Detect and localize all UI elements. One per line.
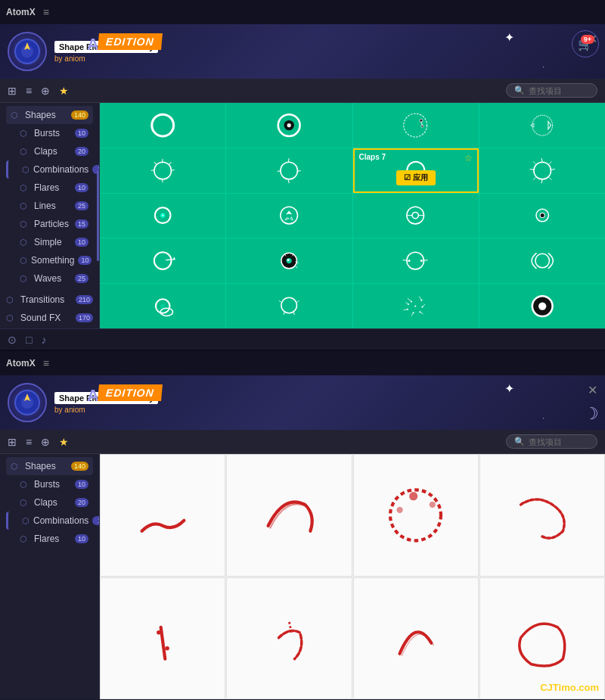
grid-cell-w1[interactable] — [100, 454, 225, 577]
shapes-section-2: ⬡ Shapes 140 ⬡ Bursts 10 ⬡ Claps 20 ⬡ Co… — [0, 454, 99, 551]
sidebar-item-combinations-2[interactable]: ⬡ Combinations 1 — [6, 512, 93, 530]
svg-point-61 — [408, 260, 411, 262]
toolbar-star-icon[interactable]: ★ — [59, 85, 69, 97]
close-button-2[interactable]: ✕ — [588, 383, 597, 397]
sidebar-item-lines[interactable]: ⬡ Lines 25 — [6, 197, 93, 215]
shape-circle-17 — [119, 291, 206, 322]
shape-circle-13 — [119, 245, 206, 276]
svg-point-6 — [287, 123, 291, 127]
shape-circle-11 — [371, 200, 459, 231]
bursts-icon: ⬡ — [20, 129, 30, 138]
svg-marker-41 — [290, 217, 293, 220]
grid-cell-17[interactable] — [100, 284, 225, 328]
search-input-1[interactable] — [529, 86, 589, 95]
something-label: Something — [31, 255, 74, 266]
grid-cell-13[interactable] — [100, 238, 225, 283]
transitions-label: Transitions — [20, 294, 72, 305]
shape-brush-7 — [372, 596, 459, 680]
grid-cell-19[interactable] — [353, 284, 479, 328]
grid-cell-8[interactable] — [479, 148, 605, 193]
grid-cell-15[interactable] — [353, 238, 479, 283]
grid-cell-14[interactable] — [226, 238, 352, 283]
svg-marker-42 — [285, 218, 289, 220]
grid-cell-w8[interactable] — [479, 577, 605, 700]
svg-point-62 — [420, 260, 423, 262]
shape-circle-8 — [498, 155, 586, 186]
grid-cell-3[interactable] — [353, 103, 479, 148]
sidebar-item-something[interactable]: ⬡ Something 10 — [6, 251, 93, 269]
grid-cell-10[interactable] — [226, 194, 352, 238]
sidebar-item-combinations[interactable]: ⬡ Combinations 1 — [6, 160, 93, 179]
sidebar-item-flares-2[interactable]: ⬡ Flares 10 — [6, 530, 93, 548]
apply-button[interactable]: ☑ 应用 — [396, 170, 436, 185]
sidebar-item-soundfx[interactable]: ⬡ Sound FX 170 — [0, 309, 99, 327]
grid-cell-20[interactable] — [479, 284, 605, 328]
grid-cell-w4[interactable] — [479, 454, 605, 577]
grid-cell-11[interactable] — [353, 194, 479, 238]
sidebar-item-waves[interactable]: ⬡ Waves 25 — [6, 269, 93, 288]
toolbar-list-icon-2[interactable]: ≡ — [26, 436, 32, 448]
menu-icon-2[interactable]: ≡ — [43, 357, 49, 369]
header-logo-2 — [8, 383, 47, 422]
grid-cell-2[interactable] — [226, 103, 352, 148]
search-input-2[interactable] — [529, 437, 589, 446]
grid-cell-w7[interactable] — [353, 577, 479, 700]
content-area-1: ⬡ Shapes 140 ⬡ Bursts 10 ⬡ Claps 20 ⬡ Co… — [0, 103, 605, 328]
flares-label: Flares — [34, 182, 71, 193]
logo-svg — [12, 36, 42, 67]
grid-cell-w6[interactable] — [226, 577, 352, 700]
grid-cell-w5[interactable] — [100, 577, 225, 700]
sidebar-item-particles[interactable]: ⬡ Particles 15 — [6, 215, 93, 233]
sidebar-item-shapes[interactable]: ⬡ Shapes 140 — [6, 106, 93, 124]
header-band: Shape Elements Library by aniom Ae EDITI… — [0, 24, 605, 79]
svg-point-14 — [154, 162, 172, 179]
sidebar-item-claps-2[interactable]: ⬡ Claps 20 — [6, 493, 93, 512]
menu-icon[interactable]: ≡ — [43, 6, 49, 18]
bottom-icon-3[interactable]: ♪ — [41, 334, 46, 346]
shape-scatter-19 — [371, 291, 459, 322]
sidebar-item-bursts-2[interactable]: ⬡ Bursts 10 — [6, 475, 93, 493]
grid-cell-1[interactable] — [100, 103, 225, 148]
toolbar-export-icon[interactable]: ⊕ — [41, 85, 50, 97]
toolbar-list-icon[interactable]: ≡ — [26, 85, 32, 97]
sidebar-item-simple[interactable]: ⬡ Simple 10 — [6, 233, 93, 251]
grid-cell-16[interactable] — [479, 238, 605, 283]
grid-area-1: Claps 7 ☆ ☑ 应用 — [100, 103, 605, 328]
toolbar-filter-icon-2[interactable]: ⊞ — [8, 436, 17, 448]
bursts-label: Bursts — [34, 128, 71, 138]
sidebar-item-shapes-2[interactable]: ⬡ Shapes 140 — [6, 457, 93, 475]
sidebar-item-bursts[interactable]: ⬡ Bursts 10 — [6, 124, 93, 142]
cell-7-star[interactable]: ☆ — [464, 153, 473, 163]
svg-point-84 — [422, 306, 424, 308]
sparkle-2-icon: · — [542, 63, 544, 71]
toolbar-star-icon-2[interactable]: ★ — [59, 436, 69, 448]
grid-cell-9[interactable] — [100, 194, 225, 238]
grid-cell-w2[interactable] — [226, 454, 352, 577]
sidebar-item-flares[interactable]: ⬡ Flares 10 — [6, 179, 93, 197]
lines-label: Lines — [34, 201, 71, 211]
bottom-icon-2[interactable]: □ — [26, 334, 32, 346]
sidebar-item-transitions[interactable]: ⬡ Transitions 210 — [0, 291, 99, 309]
toolbar-filter-icon[interactable]: ⊞ — [8, 85, 17, 97]
grid-cell-18[interactable] — [226, 284, 352, 328]
flares-icon-2: ⬡ — [20, 534, 30, 544]
grid-cell-6[interactable] — [226, 148, 352, 193]
shapes-icon-2: ⬡ — [11, 462, 21, 471]
toolbar-export-icon-2[interactable]: ⊕ — [41, 436, 50, 448]
sidebar-item-claps[interactable]: ⬡ Claps 20 — [6, 142, 93, 160]
shape-brush-5 — [119, 596, 206, 680]
notification-area[interactable]: 🛒 9+ — [572, 30, 599, 58]
shape-brush-4 — [498, 473, 585, 558]
simple-badge: 10 — [75, 238, 88, 247]
svg-point-88 — [408, 303, 409, 305]
grid-cell-w3[interactable] — [353, 454, 479, 577]
bottom-icon-1[interactable]: ⊙ — [8, 334, 17, 346]
grid-cell-12[interactable] — [479, 194, 605, 238]
grid-cell-4[interactable] — [479, 103, 605, 148]
svg-line-25 — [288, 179, 289, 183]
flares-label-2: Flares — [34, 534, 71, 544]
svg-line-34 — [533, 176, 536, 179]
grid-cell-5[interactable] — [100, 148, 225, 193]
particles-badge: 15 — [75, 219, 88, 229]
grid-cell-7[interactable]: Claps 7 ☆ ☑ 应用 — [353, 148, 479, 193]
